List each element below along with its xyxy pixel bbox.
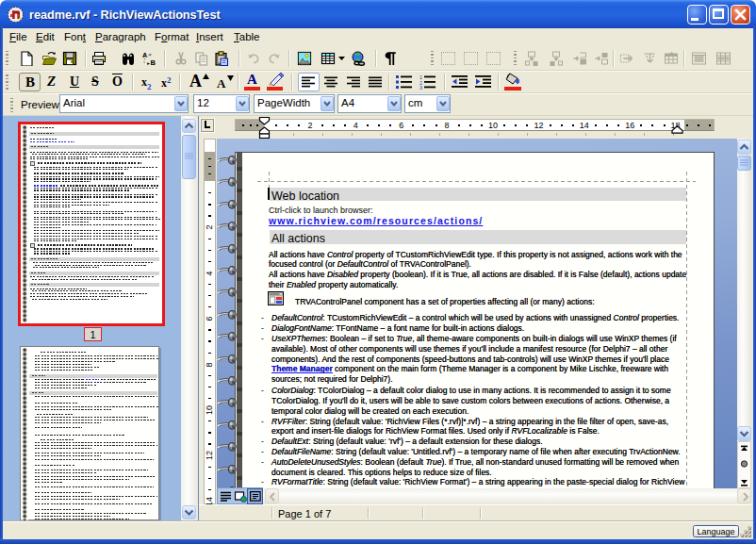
svg-text:B: B — [151, 58, 156, 66]
svg-text:A: A — [142, 51, 148, 59]
svg-text:3: 3 — [419, 85, 422, 90]
